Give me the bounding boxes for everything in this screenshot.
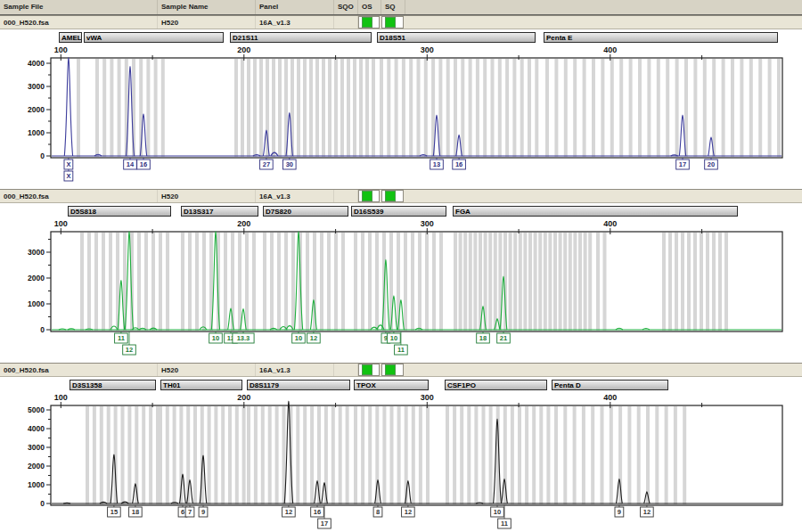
allele-label[interactable]: 12	[307, 333, 321, 343]
sample-name-cell[interactable]: H520	[158, 16, 256, 29]
bin-stripe	[395, 59, 398, 157]
allele-label[interactable]: X	[64, 171, 73, 181]
panel-cell[interactable]: 16A_v1.3	[256, 190, 334, 202]
sample-name-cell[interactable]: H520	[158, 364, 256, 376]
allele-label[interactable]: 11	[115, 333, 128, 343]
y-axis-tick-label: 2000	[28, 274, 45, 282]
column-header-os[interactable]: OS	[358, 0, 381, 14]
electropherogram-plot-3[interactable]: 1002003004000100020003000400050001518679…	[0, 393, 802, 531]
os-indicator-cell[interactable]	[358, 16, 380, 29]
bin-stripe	[655, 406, 659, 504]
marker-bar-d18s51[interactable]: D18S51	[377, 32, 536, 43]
svg-text:16: 16	[455, 160, 462, 168]
sample-file-cell[interactable]: 000_H520.fsa	[0, 16, 158, 29]
allele-label[interactable]: 9	[199, 507, 208, 517]
panel-cell[interactable]: 16A_v1.3	[256, 16, 334, 29]
sqo-cell[interactable]	[334, 190, 358, 202]
allele-label[interactable]: 14	[124, 160, 137, 169]
column-header-panel[interactable]: Panel	[256, 0, 334, 14]
allele-label[interactable]: X	[64, 160, 73, 169]
allele-label[interactable]: 11	[498, 519, 511, 528]
sample-row[interactable]: 000_H520.fsaH52016A_v1.3	[0, 189, 802, 203]
bin-stripe	[275, 406, 279, 504]
bin-stripe	[646, 406, 650, 504]
allele-label[interactable]: 8	[373, 507, 382, 517]
marker-bar-csf1po[interactable]: CSF1PO	[445, 380, 547, 390]
marker-bar-d8s1179[interactable]: D8S1179	[247, 380, 350, 390]
column-header-sq[interactable]: SQ	[381, 0, 405, 14]
bin-stripe	[513, 233, 517, 331]
y-axis-tick-label: 1000	[28, 128, 45, 137]
allele-label[interactable]: 27	[260, 160, 274, 169]
sq-indicator-cell[interactable]	[381, 16, 404, 29]
bin-stripe	[554, 59, 558, 157]
bin-stripe	[254, 406, 258, 504]
sq-indicator-cell[interactable]	[381, 364, 404, 376]
os-indicator-cell[interactable]	[358, 364, 380, 376]
marker-bar-th01[interactable]: TH01	[160, 380, 242, 390]
allele-label[interactable]: 11	[395, 345, 408, 355]
electropherogram-plot-1[interactable]: 10020030040001000200030004000XX141627301…	[0, 45, 802, 184]
allele-label[interactable]: 9	[615, 507, 624, 517]
marker-bar-d13s317[interactable]: D13S317	[181, 206, 258, 217]
marker-bar-penta-d[interactable]: Penta D	[552, 380, 668, 390]
marker-bar-tpox[interactable]: TPOX	[354, 380, 429, 390]
allele-label[interactable]: 18	[129, 507, 143, 517]
marker-bar-d7s820[interactable]: D7S820	[263, 206, 348, 217]
sqo-cell[interactable]	[334, 16, 358, 29]
marker-bar-vwa[interactable]: vWA	[84, 32, 224, 43]
allele-label[interactable]: 12	[123, 345, 136, 355]
allele-label[interactable]: 12	[641, 507, 654, 517]
sq-indicator-cell[interactable]	[381, 190, 404, 202]
allele-label[interactable]: 21	[497, 333, 511, 343]
marker-bar-area: AMELvWAD21S11D18S51Penta E	[0, 29, 802, 45]
marker-bar-fga[interactable]: FGA	[453, 206, 738, 217]
bin-stripe	[505, 59, 509, 157]
allele-label[interactable]: 10	[388, 333, 401, 343]
allele-label[interactable]: 7	[185, 507, 194, 517]
sample-file-cell[interactable]: 000_H520.fsa	[0, 190, 158, 202]
sample-row[interactable]: 000_H520.fsaH52016A_v1.3	[0, 363, 802, 377]
allele-label[interactable]: 10	[209, 333, 223, 343]
allele-label[interactable]: 12	[282, 507, 296, 517]
os-indicator-cell[interactable]	[358, 190, 380, 202]
bin-stripe	[426, 406, 430, 504]
sample-name-cell[interactable]: H520	[158, 190, 256, 202]
sample-row-filler	[405, 364, 802, 376]
panel-cell[interactable]: 16A_v1.3	[256, 364, 334, 376]
allele-label[interactable]: 13.3	[233, 333, 254, 343]
marker-bar-penta-e[interactable]: Penta E	[544, 32, 778, 43]
sample-file-cell[interactable]: 000_H520.fsa	[0, 364, 158, 376]
svg-text:16: 16	[314, 508, 321, 516]
bin-stripe	[142, 406, 145, 504]
allele-label[interactable]: 10	[491, 507, 504, 517]
marker-bar-d16s539[interactable]: D16S539	[351, 206, 446, 217]
allele-label[interactable]: 16	[311, 507, 324, 517]
allele-label[interactable]: 30	[283, 160, 297, 169]
allele-label[interactable]: 15	[108, 507, 121, 517]
marker-bar-d3s1358[interactable]: D3S1358	[70, 380, 156, 390]
allele-label[interactable]: 13	[430, 160, 444, 169]
bin-stripe	[296, 406, 299, 504]
column-header-sample-file[interactable]: Sample File	[0, 0, 158, 14]
electropherogram-plot-2[interactable]: 10020030040001000200030001112101213.3101…	[0, 219, 802, 357]
allele-label[interactable]: 17	[318, 519, 331, 528]
allele-label[interactable]: 20	[705, 160, 718, 169]
column-header-sample-name[interactable]: Sample Name	[158, 0, 256, 14]
column-header-sqo[interactable]: SQO	[334, 0, 358, 14]
marker-bar-amel[interactable]: AMEL	[59, 32, 82, 43]
sample-row[interactable]: 000_H520.fsaH52016A_v1.3	[0, 15, 802, 29]
marker-bar-d5s818[interactable]: D5S818	[68, 206, 171, 217]
bin-stripe	[259, 59, 263, 157]
bin-stripe	[208, 406, 211, 504]
allele-label[interactable]: 12	[402, 507, 415, 517]
bin-stripe	[573, 233, 577, 331]
allele-label[interactable]: 18	[477, 333, 490, 343]
sqo-cell[interactable]	[334, 364, 358, 376]
allele-label[interactable]: 16	[137, 160, 151, 169]
marker-bar-d21s11[interactable]: D21S11	[230, 32, 372, 43]
allele-label[interactable]: 16	[453, 160, 466, 169]
allele-label[interactable]: 17	[676, 160, 690, 169]
allele-label[interactable]: 10	[292, 333, 306, 343]
bin-stripe	[412, 406, 415, 504]
